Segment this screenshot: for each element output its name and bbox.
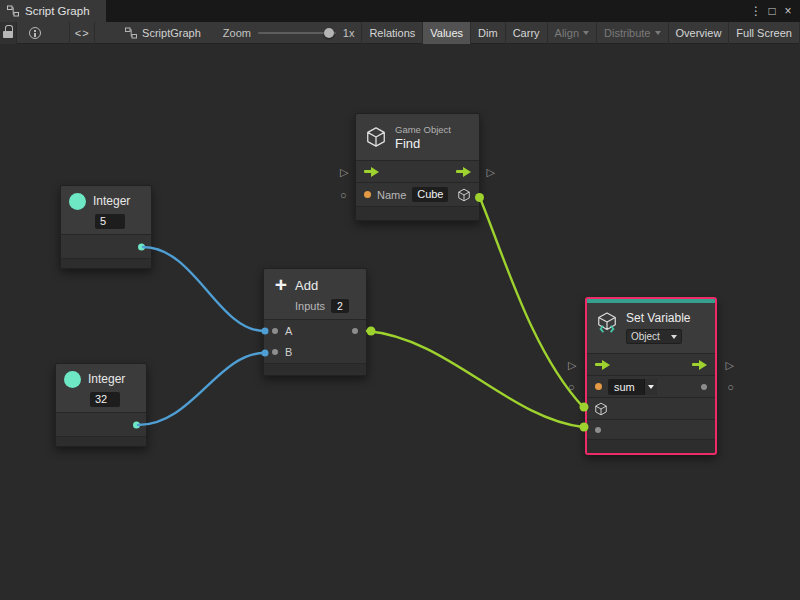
value-input-row [587, 419, 715, 439]
window-menu-button[interactable]: ⋮ [748, 0, 764, 22]
value-output-port[interactable] [701, 384, 707, 390]
node-title: Set Variable [626, 311, 690, 325]
gameobject-input-icon[interactable] [594, 402, 608, 416]
set-variable-node[interactable]: Set Variable Object ▷ ▷ sum [585, 297, 717, 455]
dropdown-button[interactable] [644, 379, 657, 395]
tab-label: Script Graph [25, 5, 90, 17]
flow-out-arrow-icon[interactable] [456, 167, 471, 177]
gameobject-find-node[interactable]: Game Object Find ▷ ▷ Name Cube ○ [355, 113, 480, 221]
node-footer [61, 258, 151, 268]
overview-button[interactable]: Overview [669, 22, 730, 44]
node-title: Integer [88, 372, 125, 386]
dropdown-arrow-icon [648, 385, 654, 389]
inputs-label: Inputs [295, 300, 325, 312]
node-port-row [56, 412, 146, 436]
add-node[interactable]: + Add Inputs 2 A B [263, 268, 367, 376]
code-icon: <> [75, 27, 90, 39]
dim-button[interactable]: Dim [471, 22, 506, 44]
distribute-label: Distribute [604, 27, 650, 39]
window-titlebar: Script Graph ⋮ □ × [0, 0, 800, 22]
node-header: Integer 32 [56, 364, 146, 412]
window-maximize-button[interactable]: □ [764, 0, 780, 22]
window-close-button[interactable]: × [780, 0, 796, 22]
port-label: B [285, 346, 292, 358]
graph-toolbar: <> ScriptGraph Zoom 1x Relations Values … [0, 22, 800, 44]
node-title: Find [395, 136, 451, 151]
plus-icon: + [272, 274, 290, 296]
integer-node-2[interactable]: Integer 32 [55, 363, 147, 447]
node-header: Game Object Find [356, 114, 479, 160]
wire-integer5-to-add-a [143, 247, 264, 331]
flow-out-port[interactable]: ▷ [487, 166, 495, 177]
input-port-a[interactable] [272, 328, 278, 334]
script-graph-icon [7, 5, 19, 17]
zoom-label: Zoom [223, 27, 251, 39]
value-input-port[interactable] [595, 427, 601, 433]
code-preview-button[interactable]: <> [69, 22, 95, 44]
object-input-row [587, 397, 715, 419]
input-port-b[interactable] [272, 349, 278, 355]
align-label: Align [555, 27, 579, 39]
graph-icon [125, 27, 137, 39]
integer-node-1[interactable]: Integer 5 [60, 185, 152, 269]
lock-button[interactable] [0, 22, 17, 44]
dropdown-arrow-icon [655, 31, 661, 35]
node-footer [356, 206, 479, 220]
sum-output-port[interactable] [352, 328, 358, 334]
values-button[interactable]: Values [423, 22, 471, 44]
dropdown-arrow-icon [583, 31, 589, 35]
flow-in-port[interactable]: ▷ [568, 359, 576, 370]
node-category: Game Object [395, 124, 451, 135]
gameobject-output-port[interactable] [475, 193, 484, 202]
flow-out-port[interactable]: ▷ [726, 359, 734, 370]
name-param-row: Name Cube ○ [356, 182, 479, 206]
wire-add-to-setvar [367, 331, 583, 427]
integer-type-icon [64, 371, 81, 388]
name-value-input[interactable]: Cube [412, 187, 448, 202]
zoom-value: 1x [343, 27, 355, 39]
node-title: Add [295, 278, 318, 293]
node-footer [264, 363, 366, 375]
variable-kind-label: Object [631, 331, 660, 342]
flow-in-arrow-icon[interactable] [364, 167, 379, 177]
value-input-port[interactable]: ○ [340, 189, 347, 200]
wire-integer32-to-add-b [138, 353, 264, 425]
inspect-button[interactable] [25, 22, 45, 44]
tab-script-graph[interactable]: Script Graph [0, 0, 106, 22]
fullscreen-button[interactable]: Full Screen [729, 22, 800, 44]
relations-button[interactable]: Relations [362, 22, 423, 44]
integer-value-input[interactable]: 32 [90, 392, 120, 407]
carry-button[interactable]: Carry [506, 22, 548, 44]
integer-output-port[interactable] [133, 421, 140, 428]
window-controls: ⋮ □ × [748, 0, 800, 22]
integer-output-port[interactable] [138, 243, 145, 250]
input-row-b: B [264, 341, 366, 363]
variable-name-dropdown[interactable]: sum [608, 379, 657, 395]
integer-value-input[interactable]: 5 [95, 214, 125, 229]
value-input-port[interactable]: ○ [568, 381, 575, 392]
flow-in-arrow-icon[interactable] [595, 360, 610, 370]
info-icon [29, 27, 41, 39]
zoom-slider[interactable] [258, 22, 336, 44]
value-output-port-outer[interactable]: ○ [727, 381, 734, 392]
name-input-port[interactable] [595, 383, 602, 390]
flow-out-arrow-icon[interactable] [692, 360, 707, 370]
string-input-port[interactable] [364, 191, 371, 198]
dropdown-arrow-icon [671, 335, 677, 339]
graph-canvas[interactable]: Integer 5 Integer 32 [0, 44, 800, 600]
variable-name: sum [608, 381, 644, 393]
zoom-slider-knob[interactable] [324, 28, 334, 38]
graph-name: ScriptGraph [142, 27, 201, 39]
variable-kind-dropdown[interactable]: Object [626, 329, 682, 344]
cube-icon [365, 126, 387, 148]
inputs-count-input[interactable]: 2 [331, 299, 349, 313]
flow-in-port[interactable]: ▷ [340, 166, 348, 177]
wire-endpoint [367, 327, 376, 336]
align-button: Align [548, 22, 597, 44]
node-port-row [61, 234, 151, 258]
node-footer [587, 439, 715, 453]
variable-cube-icon [596, 312, 618, 334]
gameobject-output-icon [457, 188, 471, 202]
graph-breadcrumb[interactable]: ScriptGraph [125, 27, 201, 39]
integer-type-icon [69, 193, 86, 210]
